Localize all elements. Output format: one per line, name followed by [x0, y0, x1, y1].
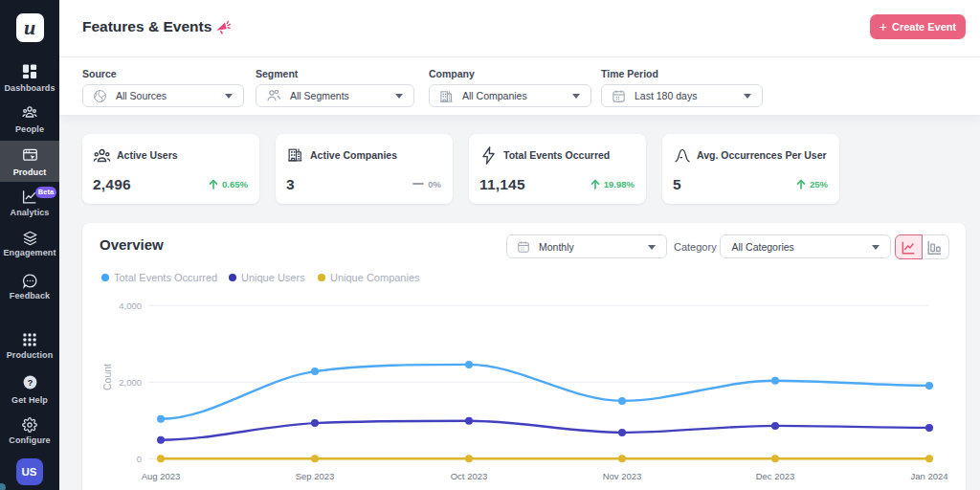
svg-text:?: ?: [27, 378, 33, 388]
